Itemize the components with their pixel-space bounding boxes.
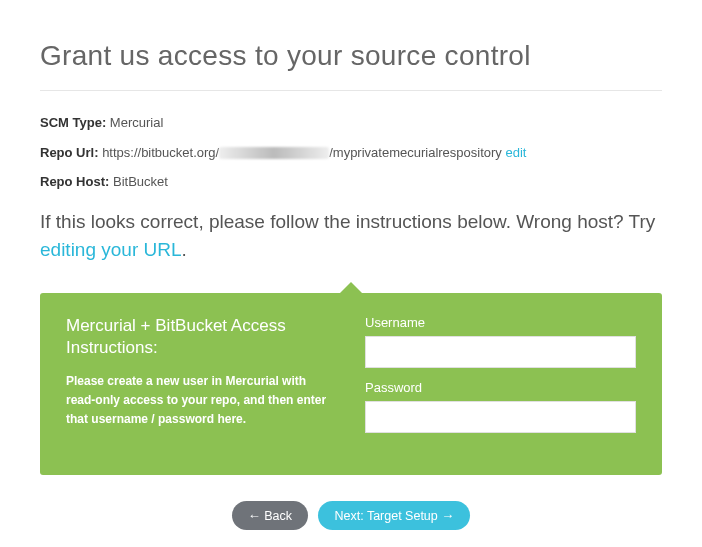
username-input[interactable] <box>365 336 636 368</box>
repo-host-line: Repo Host: BitBucket <box>40 172 662 192</box>
password-input[interactable] <box>365 401 636 433</box>
scm-type-value: Mercurial <box>110 115 163 130</box>
back-button-label: Back <box>264 509 292 523</box>
button-row: ← Back Next: Target Setup → <box>40 501 662 530</box>
title-divider <box>40 90 662 91</box>
edit-url-inline-link[interactable]: editing your URL <box>40 239 182 260</box>
panel-instructions: Mercurial + BitBucket Access Instruction… <box>66 315 337 445</box>
arrow-right-icon: → <box>441 508 454 523</box>
credentials-panel-wrap: Mercurial + BitBucket Access Instruction… <box>40 293 662 475</box>
next-button[interactable]: Next: Target Setup → <box>318 501 470 530</box>
panel-body: Please create a new user in Mercurial wi… <box>66 372 337 428</box>
arrow-left-icon: ← <box>248 508 261 523</box>
repo-url-redacted <box>219 147 329 159</box>
repo-url-prefix: https://bitbucket.org/ <box>102 145 219 160</box>
instruction-before: If this looks correct, please follow the… <box>40 211 655 232</box>
scm-type-line: SCM Type: Mercurial <box>40 113 662 133</box>
edit-url-link[interactable]: edit <box>506 145 527 160</box>
back-button[interactable]: ← Back <box>232 501 308 530</box>
repo-url-suffix: /myprivatemecurialrespository <box>329 145 502 160</box>
repo-url-label: Repo Url: <box>40 145 99 160</box>
password-group: Password <box>365 380 636 433</box>
page-title: Grant us access to your source control <box>40 40 662 72</box>
password-label: Password <box>365 380 636 395</box>
repo-host-label: Repo Host: <box>40 174 109 189</box>
next-button-label: Next: Target Setup <box>334 509 437 523</box>
panel-title: Mercurial + BitBucket Access Instruction… <box>66 315 337 361</box>
panel-arrow-icon <box>339 282 363 294</box>
credentials-panel: Mercurial + BitBucket Access Instruction… <box>40 293 662 475</box>
username-label: Username <box>365 315 636 330</box>
repo-host-value: BitBucket <box>113 174 168 189</box>
repo-url-line: Repo Url: https://bitbucket.org//mypriva… <box>40 143 662 163</box>
panel-form: Username Password <box>365 315 636 445</box>
username-group: Username <box>365 315 636 368</box>
instruction-text: If this looks correct, please follow the… <box>40 208 662 265</box>
scm-type-label: SCM Type: <box>40 115 106 130</box>
instruction-after: . <box>182 239 187 260</box>
